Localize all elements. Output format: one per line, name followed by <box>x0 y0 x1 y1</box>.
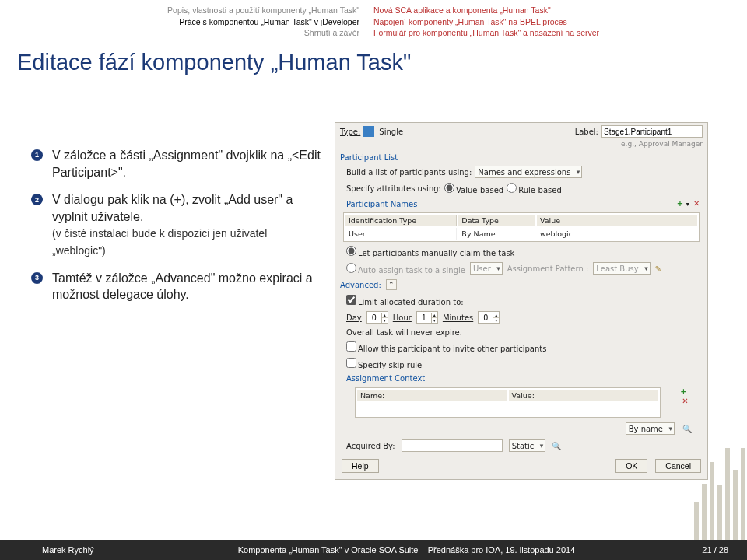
rule-based-radio[interactable]: Rule-based <box>507 183 562 194</box>
assign-pattern-combo[interactable]: Least Busy <box>593 262 650 275</box>
specify-attr-label: Specify attributes using: <box>346 184 441 193</box>
day-stepper[interactable]: ▴▾ <box>366 311 388 324</box>
remove-participant-icon[interactable]: ✕ <box>693 199 703 208</box>
auto-assign-combo[interactable]: User <box>470 262 503 275</box>
value-browse-icon[interactable]: … <box>686 229 695 238</box>
ok-button[interactable]: OK <box>615 459 647 473</box>
acquired-by-label: Acquired By: <box>346 442 395 450</box>
nav-section-2[interactable]: Práce s komponentou „Human Task" v jDeve… <box>0 16 359 28</box>
step-2: 2 V dialogu pak klik na (+), zvolit „Add… <box>31 191 322 258</box>
add-participant-icon[interactable]: + <box>677 199 686 208</box>
participants-table: Identification Type Data Type Value User… <box>343 212 700 242</box>
cell-data-type: By Name <box>458 228 535 240</box>
col-data-type[interactable]: Data Type <box>458 215 535 226</box>
step-bullet: 1 <box>31 149 43 161</box>
acquired-by-field[interactable] <box>402 439 503 452</box>
step-2-sub: (v čisté instalaci bude k dispozici jen … <box>52 227 267 257</box>
label-label: Label: <box>575 128 598 136</box>
build-list-label: Build a list of participants using: <box>346 168 472 177</box>
add-context-icon[interactable]: + <box>680 387 689 397</box>
ctx-value-col: Value: <box>509 390 659 401</box>
allow-invite-checkbox[interactable]: Allow this participant to invite other p… <box>346 341 546 353</box>
nav-subsections: Nová SCA aplikace a komponenta „Human Ta… <box>374 5 747 39</box>
label-field[interactable] <box>601 125 703 138</box>
manual-claim-radio[interactable]: Let participants manually claim the task <box>346 246 514 257</box>
auto-assign-radio[interactable]: Auto assign task to a single <box>346 263 465 275</box>
nav-sub-2[interactable]: Napojení komponenty „Human Task" na BPEL… <box>374 16 747 28</box>
step-1-text: V záložce a části „Assignment" dvojklik … <box>52 147 322 180</box>
type-value: Single <box>379 128 403 136</box>
footer-author: Marek Rychlý <box>0 545 111 555</box>
nav-section-3[interactable]: Shrnutí a závěr <box>0 27 359 39</box>
assign-pattern-label: Assignment Pattern : <box>507 264 589 273</box>
build-list-combo[interactable]: Names and expressions <box>475 166 582 178</box>
edit-participant-dialog: Type: Single Label: e.g., Approval Manag… <box>335 122 708 480</box>
participant-list-heading: Participant List <box>335 150 707 163</box>
slide-nav-header: Popis, vlastnosti a použití komponenty „… <box>0 0 747 39</box>
col-id-type[interactable]: Identification Type <box>345 215 457 226</box>
single-icon <box>363 126 374 137</box>
step-1: 1 V záložce a části „Assignment" dvojkli… <box>31 147 322 180</box>
col-value[interactable]: Value <box>537 215 697 226</box>
cell-value: weblogic… <box>537 228 697 240</box>
search-context-icon[interactable]: 🔍 <box>682 425 692 433</box>
label-hint: e.g., Approval Manager <box>621 140 703 148</box>
cell-id-type: User <box>345 228 457 240</box>
footer-title: Komponenta „Human Task" v Oracle SOA Sui… <box>111 545 703 555</box>
assignment-context-heading: Assignment Context <box>346 374 425 383</box>
slide-title: Editace fází komponenty „Human Task" <box>0 39 747 75</box>
limit-duration-checkbox[interactable]: Limit allocated duration to: <box>346 295 464 306</box>
never-expire-text: Overall task will never expire. <box>346 328 462 337</box>
table-row[interactable] <box>357 403 658 415</box>
acquired-mode-combo[interactable]: Static <box>509 439 546 452</box>
nav-sub-1[interactable]: Nová SCA aplikace a komponenta „Human Ta… <box>374 5 747 16</box>
specify-skip-checkbox[interactable]: Specify skip rule <box>346 358 422 369</box>
advanced-heading: Advanced: <box>340 281 381 289</box>
nav-sections: Popis, vlastnosti a použití komponenty „… <box>0 5 374 39</box>
remove-context-icon[interactable]: ✕ <box>682 397 691 406</box>
type-label: Type: <box>340 128 360 136</box>
context-mode-combo[interactable]: By name <box>626 422 675 435</box>
day-label: Day <box>346 313 362 322</box>
step-3: 3 Tamtéž v záložce „Advanced" možno expi… <box>31 270 322 303</box>
collapse-advanced-icon[interactable]: ⌃ <box>386 279 397 290</box>
hour-label: Hour <box>393 313 412 322</box>
minutes-stepper[interactable]: ▴▾ <box>478 311 500 324</box>
step-bullet: 2 <box>31 194 43 205</box>
step-2-main: V dialogu pak klik na (+), zvolit „Add u… <box>52 193 293 223</box>
context-table: Name: Value: <box>355 387 661 418</box>
hour-stepper[interactable]: ▴▾ <box>416 311 438 324</box>
nav-section-1[interactable]: Popis, vlastnosti a použití komponenty „… <box>0 5 359 16</box>
value-based-radio[interactable]: Value-based <box>444 183 503 194</box>
ctx-name-col: Name: <box>357 390 507 401</box>
decorative-stripes <box>677 446 747 540</box>
slide-footer: Marek Rychlý Komponenta „Human Task" v O… <box>0 540 747 560</box>
acquired-search-icon[interactable]: 🔍 <box>552 442 561 450</box>
help-button[interactable]: Help <box>342 459 379 473</box>
participant-names-heading: Participant Names <box>346 200 417 208</box>
edit-pattern-icon[interactable]: ✎ <box>655 264 661 273</box>
minutes-label: Minutes <box>443 313 473 322</box>
footer-page: 21 / 28 <box>702 545 747 555</box>
table-row[interactable]: User By Name weblogic… <box>345 228 697 240</box>
step-3-text: Tamtéž v záložce „Advanced" možno expira… <box>52 270 322 303</box>
nav-sub-3[interactable]: Formulář pro komponentu „Human Task" a n… <box>374 27 747 39</box>
step-2-text: V dialogu pak klik na (+), zvolit „Add u… <box>52 191 322 258</box>
slide-body: 1 V záložce a části „Assignment" dvojkli… <box>0 122 335 314</box>
step-bullet: 3 <box>31 272 43 284</box>
